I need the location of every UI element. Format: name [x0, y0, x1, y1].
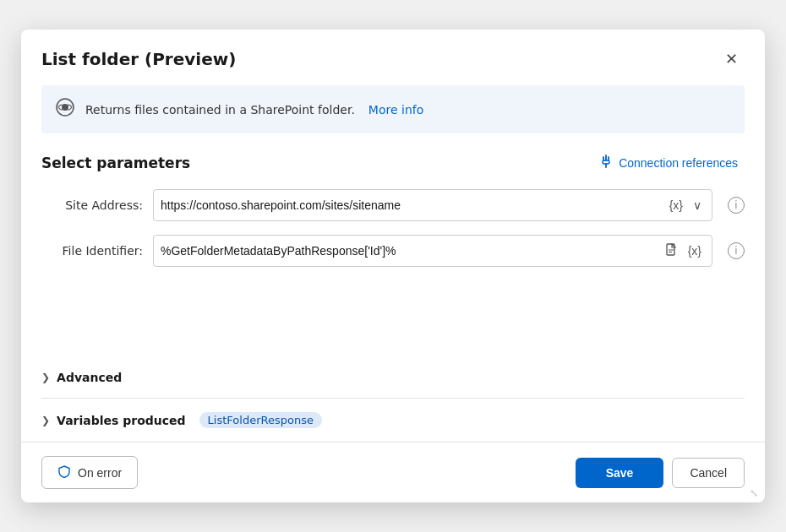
- on-error-button[interactable]: On error: [41, 456, 138, 489]
- on-error-label: On error: [78, 466, 122, 480]
- site-address-icons: {x} ∨: [666, 197, 705, 214]
- advanced-section[interactable]: ❯ Advanced: [21, 364, 765, 391]
- section-title: Select parameters: [41, 155, 190, 171]
- file-identifier-input-wrap[interactable]: {x}: [153, 235, 712, 267]
- variables-badge: ListFolderResponse: [199, 412, 322, 428]
- dialog-footer: On error Save Cancel: [21, 442, 765, 502]
- cancel-button[interactable]: Cancel: [672, 458, 745, 488]
- advanced-label: Advanced: [57, 371, 122, 384]
- file-identifier-row: File Identifier: {x} i: [41, 235, 745, 267]
- dialog: List folder (Preview) ✕ Returns files co…: [21, 30, 765, 502]
- site-address-variable-button[interactable]: {x}: [666, 197, 686, 214]
- site-address-chevron-button[interactable]: ∨: [690, 197, 705, 214]
- dialog-header: List folder (Preview) ✕: [21, 30, 765, 85]
- file-identifier-info-button[interactable]: i: [728, 242, 745, 259]
- file-identifier-input[interactable]: [161, 244, 658, 258]
- file-identifier-icons: {x}: [662, 242, 705, 261]
- section-header: Select parameters Connection references: [21, 147, 765, 189]
- site-address-row: Site Address: {x} ∨ i: [41, 189, 745, 221]
- site-address-label: Site Address:: [41, 198, 143, 212]
- shield-icon: [57, 464, 71, 480]
- resize-handle[interactable]: ⤡: [750, 487, 760, 497]
- more-info-link[interactable]: More info: [368, 103, 423, 117]
- site-address-input[interactable]: [161, 198, 663, 212]
- params-area: Site Address: {x} ∨ i File Identifier:: [21, 189, 765, 364]
- close-button[interactable]: ✕: [718, 46, 745, 72]
- plug-icon: [598, 154, 614, 172]
- file-identifier-label: File Identifier:: [41, 244, 143, 258]
- divider: [41, 398, 745, 399]
- save-button[interactable]: Save: [576, 458, 664, 488]
- footer-actions: Save Cancel: [576, 458, 745, 488]
- variables-label: Variables produced: [57, 414, 186, 427]
- site-address-info-button[interactable]: i: [728, 197, 745, 214]
- variables-section[interactable]: ❯ Variables produced ListFolderResponse: [21, 405, 765, 435]
- banner-text: Returns files contained in a SharePoint …: [85, 103, 355, 117]
- advanced-chevron-icon: ❯: [41, 372, 50, 383]
- dialog-title: List folder (Preview): [41, 49, 236, 69]
- file-identifier-variable-button[interactable]: {x}: [685, 242, 705, 259]
- variables-chevron-icon: ❯: [41, 415, 50, 426]
- close-icon: ✕: [725, 50, 738, 68]
- connection-references-button[interactable]: Connection references: [592, 150, 745, 176]
- site-address-input-wrap[interactable]: {x} ∨: [153, 189, 712, 221]
- connection-references-label: Connection references: [619, 156, 738, 170]
- sharepoint-icon: [55, 97, 75, 122]
- info-banner: Returns files contained in a SharePoint …: [41, 85, 745, 133]
- file-identifier-file-button[interactable]: [662, 242, 681, 261]
